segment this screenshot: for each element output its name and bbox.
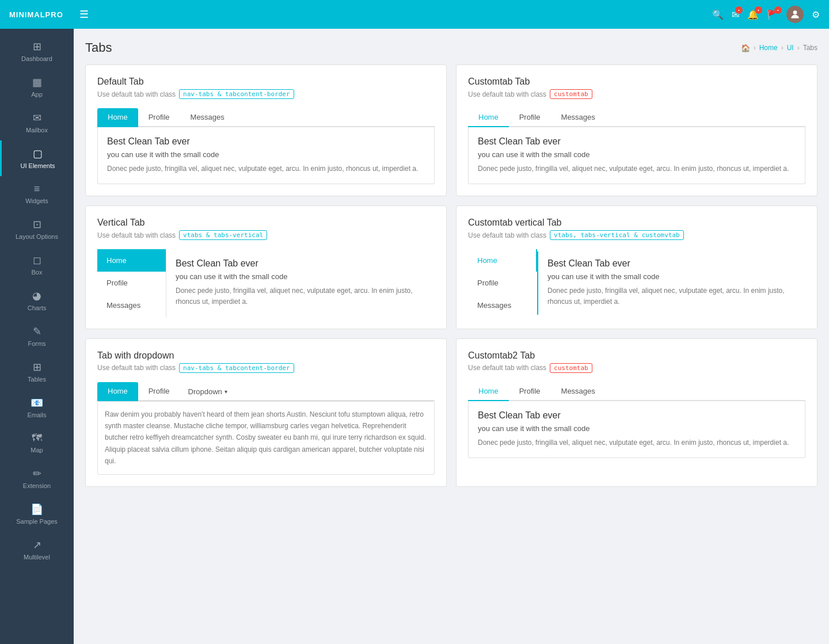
custom-vertical-tab-content: Best Clean Tab ever you can use it with … — [538, 249, 805, 317]
hamburger-icon[interactable]: ☰ — [79, 8, 89, 21]
dropdown-tab-title: Tab with dropdown — [97, 350, 435, 361]
sidebar-item-mailbox[interactable]: ✉ Mailbox — [0, 105, 74, 140]
default-tab-card: Default Tab Use default tab with class n… — [85, 64, 447, 196]
gear-icon[interactable]: ⚙ — [812, 9, 820, 20]
custom-vertical-tab-nav: Home Profile Messages — [468, 249, 537, 317]
sidebar-item-label: Extension — [23, 482, 51, 489]
dashboard-icon: ⊞ — [33, 40, 41, 53]
sidebar-item-label: App — [31, 91, 43, 98]
vertical-tab-content: Best Clean Tab ever you can use it with … — [166, 249, 435, 317]
default-tab-badge: nav-tabs & tabcontent-border — [179, 89, 294, 99]
customtab2-badge: customtab — [550, 363, 592, 373]
tabs-grid: Default Tab Use default tab with class n… — [85, 64, 817, 487]
sidebar-item-dashboard[interactable]: ⊞ Dashboard — [0, 33, 74, 69]
sidebar-item-tables[interactable]: ⊞ Tables — [0, 354, 74, 390]
sidebar: ⊞ Dashboard ▦ App ✉ Mailbox ▢ UI Element… — [0, 29, 74, 644]
ui-icon: ▢ — [33, 147, 43, 160]
ct2-profile[interactable]: Profile — [509, 382, 551, 401]
customtab2-title: Customtab2 Tab — [468, 350, 805, 361]
ct2-home[interactable]: Home — [468, 382, 509, 401]
breadcrumb-ui[interactable]: UI — [787, 44, 794, 52]
sidebar-item-label: Layout Options — [16, 233, 58, 240]
tab-messages[interactable]: Messages — [551, 108, 606, 127]
custom-vertical-tab-layout: Home Profile Messages Best Clean Tab eve… — [468, 249, 805, 317]
sidebar-item-charts[interactable]: ◕ Charts — [0, 283, 74, 318]
custom-tab-title: Customtab Tab — [468, 77, 805, 87]
sidebar-item-map[interactable]: 🗺 Map — [0, 425, 74, 460]
app-icon: ▦ — [32, 76, 42, 89]
vtab-messages[interactable]: Messages — [97, 294, 166, 317]
bell-icon[interactable]: 🔔 • — [747, 9, 759, 20]
widgets-icon: ≡ — [34, 183, 40, 195]
tab-home[interactable]: Home — [468, 108, 509, 127]
vtab-profile[interactable]: Profile — [97, 272, 166, 294]
chevron-down-icon: ▾ — [225, 388, 227, 395]
sidebar-item-label: Sample Pages — [16, 518, 58, 525]
vertical-tab-nav: Home Profile Messages — [97, 249, 166, 317]
breadcrumb-home[interactable]: Home — [759, 44, 778, 52]
sidebar-item-label: Dashboard — [21, 55, 52, 62]
customtab2-subtitle: Use default tab with class customtab — [468, 363, 805, 373]
cvtab-profile[interactable]: Profile — [468, 272, 537, 294]
vertical-tab-subtitle: Use default tab with class vtabs & tabs-… — [97, 230, 435, 240]
sidebar-item-label: Mailbox — [26, 127, 48, 134]
sidebar-item-extension[interactable]: ✏ Extension — [0, 460, 74, 496]
vertical-tab-title: Vertical Tab — [97, 218, 435, 228]
layout-icon: ⊡ — [33, 218, 41, 231]
emails-icon: 📧 — [31, 397, 43, 409]
sidebar-item-label: Tables — [28, 376, 46, 383]
sidebar-item-label: Forms — [28, 340, 45, 347]
sidebar-item-forms[interactable]: ✎ Forms — [0, 318, 74, 354]
multilevel-icon: ↗ — [33, 539, 41, 551]
vtab-home[interactable]: Home — [97, 249, 166, 272]
topnav-icons: 🔍 ✉ • 🔔 • 🚩 • ⚙ — [712, 6, 820, 23]
cvtab-home[interactable]: Home — [468, 249, 537, 272]
page-header: Tabs 🏠 › Home › UI › Tabs — [85, 40, 817, 55]
customtab2-card: Customtab2 Tab Use default tab with clas… — [456, 338, 817, 487]
dtab-profile[interactable]: Profile — [138, 382, 180, 401]
box-icon: ◻ — [33, 254, 41, 266]
sample-pages-icon: 📄 — [31, 503, 43, 516]
svg-point-0 — [793, 10, 797, 14]
cvtab-messages[interactable]: Messages — [468, 294, 537, 317]
mail-icon[interactable]: ✉ • — [732, 9, 739, 20]
avatar[interactable] — [786, 6, 804, 23]
sidebar-item-label: Charts — [28, 304, 46, 311]
tab-profile[interactable]: Profile — [138, 108, 180, 127]
ct2-messages[interactable]: Messages — [551, 382, 606, 401]
tab-messages[interactable]: Messages — [180, 108, 235, 127]
sidebar-item-sample-pages[interactable]: 📄 Sample Pages — [0, 496, 74, 532]
custom-vertical-tab-title: Customtab vertical Tab — [468, 218, 805, 228]
main-content: Tabs 🏠 › Home › UI › Tabs Default Tab Us… — [74, 29, 829, 644]
sidebar-item-app[interactable]: ▦ App — [0, 69, 74, 105]
sidebar-item-box[interactable]: ◻ Box — [0, 247, 74, 283]
dtab-home[interactable]: Home — [97, 382, 138, 401]
tab-home[interactable]: Home — [97, 108, 138, 127]
dtab-dropdown[interactable]: Dropdown ▾ — [180, 382, 235, 401]
sidebar-item-emails[interactable]: 📧 Emails — [0, 390, 74, 425]
dropdown-tab-card: Tab with dropdown Use default tab with c… — [85, 338, 447, 487]
flag-icon[interactable]: 🚩 • — [767, 9, 778, 20]
page-title: Tabs — [85, 40, 112, 55]
sidebar-item-label: Map — [31, 447, 43, 454]
sidebar-item-ui-elements[interactable]: ▢ UI Elements — [0, 140, 74, 176]
extension-icon: ✏ — [33, 467, 41, 480]
vertical-tab-badge: vtabs & tabs-vertical — [179, 230, 267, 240]
sidebar-item-label: UI Elements — [21, 162, 55, 169]
customtab2-nav: Home Profile Messages — [468, 382, 805, 401]
custom-tab-nav: Home Profile Messages — [468, 108, 805, 127]
sidebar-item-layout[interactable]: ⊡ Layout Options — [0, 211, 74, 247]
sidebar-item-label: Multilevel — [24, 554, 50, 561]
sidebar-item-label: Emails — [27, 411, 46, 418]
map-icon: 🗺 — [32, 432, 42, 444]
sidebar-item-multilevel[interactable]: ↗ Multilevel — [0, 532, 74, 567]
default-tab-title: Default Tab — [97, 77, 435, 87]
search-icon[interactable]: 🔍 — [712, 9, 724, 20]
customtab2-content: Best Clean Tab ever you can use it with … — [468, 401, 805, 458]
default-tab-content: Best Clean Tab ever you can use it with … — [97, 127, 435, 184]
sidebar-item-label: Widgets — [25, 197, 48, 204]
tab-profile[interactable]: Profile — [509, 108, 551, 127]
vertical-tab-card: Vertical Tab Use default tab with class … — [85, 205, 447, 329]
default-tab-nav: Home Profile Messages — [97, 108, 435, 127]
sidebar-item-widgets[interactable]: ≡ Widgets — [0, 176, 74, 211]
